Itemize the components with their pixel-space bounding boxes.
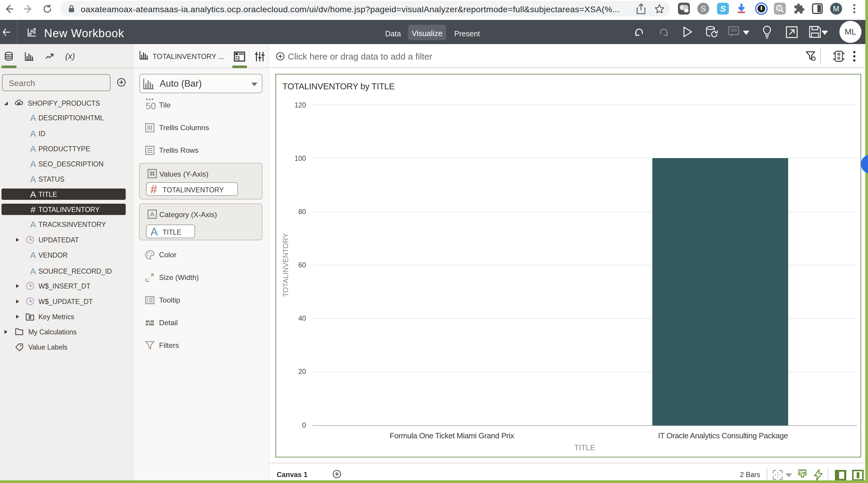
svg-text:S: S	[701, 4, 706, 13]
svg-text:M: M	[833, 4, 839, 13]
svg-text:S: S	[720, 4, 726, 13]
svg-text:A: A	[150, 211, 154, 217]
